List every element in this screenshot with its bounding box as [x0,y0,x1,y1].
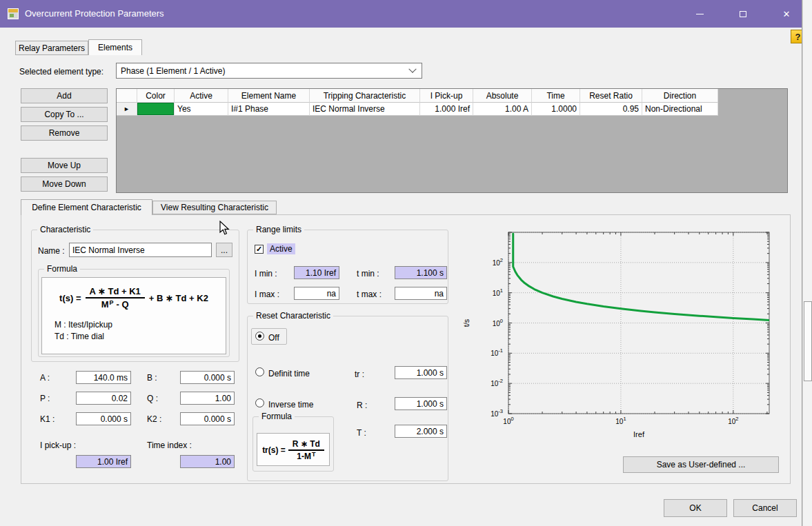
imin-field[interactable]: 1.10 Iref [294,266,339,279]
check-icon: ✓ [256,245,262,253]
color-swatch [137,103,174,115]
tab-relay-parameters[interactable]: Relay Parameters [15,41,88,55]
reset-ratio-cell[interactable]: 0.95 [580,103,642,116]
imax-field[interactable]: na [294,287,339,300]
element-type-value: Phase (1 Element / 1 Active) [121,66,225,76]
definite-time-radio[interactable] [255,367,264,376]
element-name-cell[interactable]: I#1 Phase [228,103,310,116]
reset-formula-den-base: 1-M [297,452,311,461]
remove-button[interactable]: Remove [21,125,108,141]
ok-button[interactable]: OK [664,499,727,517]
svg-text:100: 100 [503,416,513,425]
absolute-cell[interactable]: 1.00 A [473,103,532,116]
grid-row[interactable]: ► Yes I#1 Phase IEC Normal Inverse 1.000… [117,103,718,116]
t-field[interactable]: 2.000 s [395,425,447,438]
time-index-field[interactable]: 1.00 [180,455,235,468]
minimize-button[interactable] [684,0,715,28]
close-icon: ✕ [783,10,791,19]
tmin-field[interactable]: 1.100 s [395,266,447,279]
k2-field[interactable]: 0.000 s [180,412,235,425]
reset-characteristic-group-label: Reset Characteristic [253,311,333,321]
tripping-cell[interactable]: IEC Normal Inverse [310,103,420,116]
a-field[interactable]: 140.0 ms [76,371,131,384]
move-down-button[interactable]: Move Down [21,176,108,192]
formula-note-td: Td : Time dial [55,331,226,343]
reset-formula-group-label: Formula [259,412,295,421]
grid-header-element-name[interactable]: Element Name [228,89,310,103]
time-index-label: Time index : [147,441,192,450]
svg-text:10-1: 10-1 [491,347,503,357]
tr-field[interactable]: 1.000 s [395,366,447,379]
formula-note-m: M : Itest/Ipickup [55,319,226,331]
tab-view-characteristic[interactable]: View Resulting Characteristic [152,201,277,214]
svg-text:100: 100 [493,318,503,327]
active-cell[interactable]: Yes [175,103,228,116]
browse-button[interactable]: ... [216,243,232,257]
k1-field[interactable]: 0.000 s [76,412,131,425]
time-cell[interactable]: 1.0000 [532,103,580,116]
grid-header-tripping[interactable]: Tripping Characteristic [310,89,420,103]
b-label: B : [147,373,157,383]
reset-formula-box: tr(s) = R ∗ Td 1-MT [257,433,330,466]
formula-denominator: MP- Q [101,299,129,310]
grid-header-color[interactable]: Color [137,89,175,103]
formula-den-base: M [101,299,109,310]
trip-formula: t(s) = A ∗ Td + K1 MP- Q + B ∗ Td + K2 [42,286,226,310]
formula-fraction: A ∗ Td + K1 MP- Q [86,286,145,310]
save-user-defined-button[interactable]: Save as User-defined ... [623,456,779,473]
close-button[interactable]: ✕ [771,0,802,28]
range-limits-group-label: Range limits [253,225,304,234]
a-label: A : [40,373,50,383]
grid-header-reset-ratio[interactable]: Reset Ratio [580,89,642,103]
grid-header-pickup[interactable]: I Pick-up [420,89,473,103]
active-checkbox-label[interactable]: Active [267,243,295,254]
color-cell[interactable] [137,103,175,116]
grid-header-time[interactable]: Time [532,89,580,103]
grid-header-active[interactable]: Active [175,89,228,103]
q-label: Q : [147,394,158,403]
tmax-label: t max : [357,290,382,299]
q-field[interactable]: 1.00 [180,392,235,405]
add-button[interactable]: Add [21,88,108,103]
direction-cell[interactable]: Non-Directional [642,103,718,116]
grid-header-direction[interactable]: Direction [642,89,718,103]
p-field[interactable]: 0.02 [76,392,131,405]
element-type-label: Selected element type: [19,67,103,77]
cancel-button[interactable]: Cancel [733,499,797,517]
maximize-button[interactable] [727,0,759,28]
off-radio-label[interactable]: Off [268,333,279,343]
titlebar[interactable]: Overcurrent Protection Parameters ✕ [0,0,802,28]
svg-text:101: 101 [615,416,626,425]
scrollbar-thumb[interactable] [804,301,812,381]
tmax-field[interactable]: na [395,287,447,300]
tab-elements[interactable]: Elements [88,39,142,55]
active-checkbox[interactable]: ✓ [255,245,264,254]
formula-den-exponent: P [110,299,114,306]
b-field[interactable]: 0.000 s [180,371,235,384]
definite-time-radio-label[interactable]: Definit time [268,369,310,378]
inverse-time-radio-label[interactable]: Inverse time [268,400,313,409]
formula-lhs: t(s) = [59,293,81,303]
copy-to-button[interactable]: Copy To ... [21,107,108,122]
off-radio[interactable] [255,332,264,341]
characteristic-group-label: Characteristic [37,225,93,234]
tab-define-characteristic[interactable]: Define Element Characteristic [21,199,152,215]
reset-formula: tr(s) = R ∗ Td 1-MT [257,439,329,461]
grid-header-absolute[interactable]: Absolute [473,89,532,103]
name-field[interactable]: IEC Normal Inverse [69,243,212,257]
help-button[interactable]: ? [791,30,802,43]
r-field[interactable]: 1.000 s [395,397,447,410]
mouse-cursor [219,221,230,236]
tmin-label: t min : [357,269,379,279]
vertical-scrollbar[interactable] [802,0,812,526]
move-up-button[interactable]: Move Up [21,158,108,173]
inverse-time-radio[interactable] [255,398,264,407]
pickup-field[interactable]: 1.00 Iref [76,455,131,468]
pickup-cell[interactable]: 1.000 Iref [420,103,473,116]
p-label: P : [40,394,50,403]
element-type-dropdown[interactable]: Phase (1 Element / 1 Active) [116,63,422,79]
svg-text:Iref: Iref [633,430,645,438]
chevron-down-icon [408,65,416,72]
imax-label: I max : [255,290,279,299]
app-icon [8,8,19,19]
